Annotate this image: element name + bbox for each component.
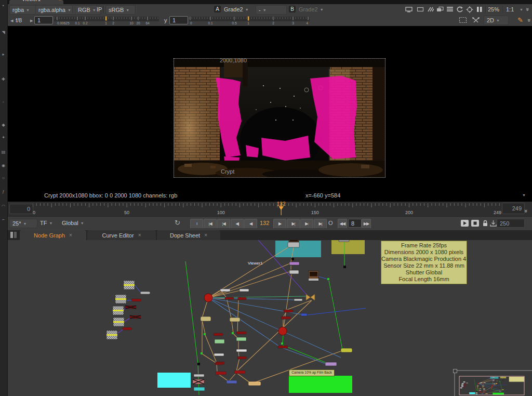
goto-start-button[interactable]: |◀ [204, 219, 217, 229]
graph-node[interactable] [232, 332, 234, 334]
goto-end-button[interactable]: ▶| [314, 219, 327, 229]
gain-input[interactable]: 1 [34, 16, 53, 24]
node-wire[interactable] [202, 320, 205, 334]
graph-node[interactable] [230, 318, 240, 322]
node-wire[interactable] [217, 364, 217, 372]
graph-node[interactable] [288, 242, 299, 247]
tool-icon[interactable]: ▪ [0, 3, 7, 8]
decrement-button[interactable]: ◀◀ [338, 219, 347, 229]
graph-node[interactable] [225, 297, 234, 299]
graph-node[interactable] [343, 266, 346, 268]
stack-mode-icon[interactable] [445, 6, 454, 13]
graph-node[interactable] [238, 297, 246, 300]
graph-node[interactable] [278, 346, 288, 348]
camera-note-label[interactable]: Camera 10% ap Film Back [289, 369, 335, 376]
tool-icon[interactable]: ƒ [0, 189, 7, 194]
gain-slider[interactable]: 0.006250.10.212102064 [54, 16, 159, 25]
graph-node[interactable] [216, 372, 226, 375]
pause-icon[interactable] [475, 6, 484, 13]
graph-node[interactable] [214, 353, 224, 356]
proxy-toggle-icon[interactable] [471, 16, 480, 23]
graph-node[interactable] [281, 342, 283, 345]
node-wire[interactable] [208, 298, 295, 300]
close-icon[interactable]: × [204, 232, 207, 238]
backdrop-node[interactable] [289, 376, 352, 393]
graph-node[interactable] [194, 374, 204, 377]
ab-blend-dropdown[interactable]: -▼ [256, 5, 287, 15]
close-icon[interactable]: × [59, 0, 61, 2]
b-buffer-dropdown[interactable]: Grade2▼ [296, 5, 330, 14]
frame-display-icon[interactable] [416, 6, 424, 13]
graph-node[interactable] [289, 262, 299, 265]
minimap-resize-handle[interactable] [454, 369, 457, 373]
graph-node[interactable] [123, 327, 132, 330]
node-wire[interactable] [237, 373, 250, 383]
tool-icon[interactable]: ✚ [0, 77, 7, 82]
node-wire[interactable] [208, 271, 291, 298]
tab-curve-editor[interactable]: Curve Editor× [87, 230, 156, 240]
lock-range-icon[interactable] [481, 219, 489, 227]
graph-node[interactable] [236, 349, 247, 352]
node-wire[interactable] [308, 308, 366, 315]
panel-menu-chevron[interactable]: » [526, 19, 532, 22]
graph-node[interactable] [294, 299, 302, 301]
global-last-frame-field[interactable]: 250 [497, 219, 525, 228]
status-menu-chevron[interactable]: ▼ [522, 193, 526, 197]
sticky-note[interactable]: Frame Rate 25fps Dimensions 2000 x 1080 … [381, 241, 467, 284]
mark-out-label[interactable]: O [328, 220, 333, 226]
node-wire[interactable] [135, 285, 141, 293]
node-wire[interactable] [237, 300, 238, 332]
graph-node[interactable] [214, 333, 223, 336]
tab-node-graph[interactable]: Node Graph× [20, 230, 86, 240]
prev-fstop-arrow[interactable]: ◂ [10, 17, 14, 24]
graph-node[interactable] [215, 339, 224, 344]
graph-node[interactable] [306, 294, 315, 300]
node-wire[interactable] [208, 263, 290, 298]
timeline-out-field[interactable]: 249 [502, 203, 525, 214]
node-wire[interactable] [238, 352, 239, 357]
gamma-slider[interactable]: 00.10.51234 [189, 16, 310, 25]
tool-icon[interactable]: ▤ [0, 150, 7, 154]
node-wire[interactable] [185, 261, 198, 364]
play-button[interactable]: ▶ [273, 219, 286, 229]
backdrop-node[interactable] [157, 373, 191, 388]
node-wire[interactable] [227, 300, 231, 318]
frame-ruler[interactable]: 050100150200249132 [33, 202, 501, 216]
node-wire[interactable] [208, 298, 341, 358]
next-fstop-arrow[interactable]: ▸ [30, 17, 33, 24]
graph-node[interactable] [140, 292, 150, 294]
gamma-input[interactable]: 1 [169, 16, 188, 24]
layer-dropdown[interactable]: rgba.alpha▼ [35, 5, 76, 15]
graph-node[interactable] [301, 313, 307, 316]
step-back-button[interactable]: ◀| [231, 219, 244, 229]
node-wire[interactable] [237, 300, 312, 371]
graph-node[interactable] [278, 327, 287, 335]
tool-icon[interactable]: ◉ [0, 163, 7, 168]
graph-node[interactable] [227, 380, 237, 384]
graph-node[interactable] [197, 363, 200, 365]
tool-icon[interactable]: ◆ [0, 123, 7, 127]
graph-node[interactable] [204, 294, 212, 302]
channels-dropdown[interactable]: rgba▼ [9, 5, 38, 15]
node-wire[interactable] [281, 347, 326, 364]
graph-node[interactable] [237, 357, 246, 359]
tool-icon[interactable]: ◠ [0, 204, 7, 208]
increment-button[interactable]: ▶▶ [362, 219, 371, 229]
node-wire[interactable] [283, 345, 327, 363]
refresh-icon[interactable] [455, 6, 464, 13]
tab-dope-sheet[interactable]: Dope Sheet× [157, 230, 220, 240]
graph-node[interactable] [234, 371, 245, 374]
close-icon[interactable]: × [69, 232, 72, 238]
backdrop-node[interactable] [331, 240, 365, 254]
prev-keyframe-button[interactable]: ¦◀ [217, 219, 230, 229]
graph-node[interactable] [240, 289, 249, 292]
next-keyframe-button[interactable]: ▶: [300, 219, 313, 229]
tab-viewer1[interactable]: Viewer1 × [9, 0, 63, 4]
node-graph-panel[interactable]: Frame Rate 25fps Dimensions 2000 x 1080 … [7, 240, 532, 396]
input-process-toggle[interactable]: IP [97, 6, 102, 12]
graph-node[interactable] [204, 333, 206, 335]
pixel-aspect-dropdown[interactable]: 1:1 [506, 6, 514, 12]
lut-dropdown[interactable]: sRGB▼ [105, 5, 136, 15]
graph-node[interactable] [325, 362, 337, 366]
layered-panels-icon[interactable] [435, 6, 444, 13]
